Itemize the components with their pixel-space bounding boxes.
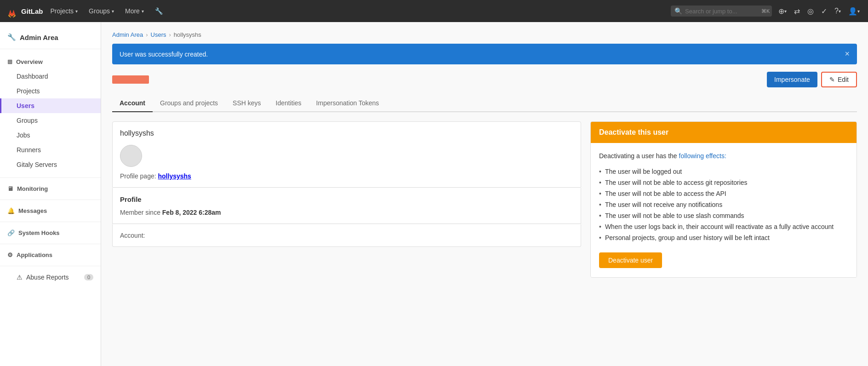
user-header: Impersonate ✎ Edit (112, 72, 857, 87)
admin-icon: 🔧 (7, 33, 16, 41)
nav-devops-icon[interactable]: 🔧 (151, 6, 166, 17)
member-since: Member since Feb 8, 2022 6:28am (120, 209, 573, 216)
sidebar-divider-2 (0, 200, 101, 200)
tab-groups-and-projects[interactable]: Groups and projects (153, 95, 225, 112)
tab-ssh-keys[interactable]: SSH keys (225, 95, 268, 112)
nav-groups[interactable]: Groups ▾ (85, 6, 118, 17)
username-display: hollysyshs (120, 129, 573, 137)
tab-identities[interactable]: Identities (268, 95, 309, 112)
sidebar-divider-5 (0, 266, 101, 266)
global-search[interactable]: 🔍 ⌘K (671, 6, 772, 17)
success-alert: User was successfully created. × (112, 44, 857, 64)
profile-page-link[interactable]: hollysyshs (158, 172, 191, 180)
account-info-section: Account: (112, 224, 581, 247)
sidebar-title: 🔧 Admin Area (0, 29, 101, 49)
merge-requests-icon[interactable]: ⇄ (791, 4, 803, 18)
sidebar-section-overview: ⊞ Overview Dashboard Projects Users Grou… (0, 53, 101, 174)
effect-item: The user will not be able to use slash c… (599, 210, 848, 221)
overview-icon: ⊞ (7, 58, 12, 65)
chevron-down-icon: ▾ (839, 9, 841, 14)
page-layout: 🔧 Admin Area ⊞ Overview Dashboard Projec… (0, 22, 868, 366)
sidebar-section-header-applications[interactable]: ⚙ Applications (0, 248, 101, 262)
sidebar-item-abuse-reports[interactable]: ⚠ Abuse Reports 0 (0, 270, 101, 285)
chevron-down-icon: ▾ (112, 9, 114, 14)
sidebar-divider (0, 177, 101, 178)
issues-icon[interactable]: ◎ (805, 4, 817, 18)
brand-name: GitLab (21, 7, 43, 15)
impersonate-button[interactable]: Impersonate (767, 72, 817, 87)
edit-icon: ✎ (829, 76, 835, 83)
sidebar-item-projects[interactable]: Projects (0, 84, 101, 98)
main-content: Admin Area › Users › hollysyshs User was… (101, 22, 868, 366)
chevron-down-icon: ▾ (857, 9, 860, 14)
alert-close-button[interactable]: × (845, 49, 850, 59)
sidebar-item-gitaly-servers[interactable]: Gitaly Servers (0, 157, 101, 172)
chevron-down-icon: ▾ (142, 9, 144, 14)
effect-item: When the user logs back in, their accoun… (599, 221, 848, 232)
gitlab-logo[interactable]: GitLab (6, 5, 43, 17)
top-navigation: GitLab Projects ▾ Groups ▾ More ▾ 🔧 🔍 ⌘K… (0, 0, 868, 22)
sidebar-section-header-monitoring[interactable]: 🖥 Monitoring (0, 182, 101, 196)
chevron-down-icon: ▾ (75, 9, 78, 14)
user-avatar[interactable]: 👤 ▾ (845, 4, 862, 18)
help-icon[interactable]: ? ▾ (832, 4, 844, 18)
avatar (120, 145, 573, 167)
create-new-button[interactable]: ⊕ ▾ (776, 4, 789, 18)
plus-icon: ⊕ (778, 7, 784, 16)
deactivate-intro: Deactivating a user has the following ef… (599, 152, 848, 160)
monitoring-icon: 🖥 (7, 185, 13, 192)
sidebar-divider-4 (0, 244, 101, 244)
profile-page-link-row: Profile page: hollysyshs (120, 172, 573, 180)
search-shortcut: ⌘K (761, 8, 770, 14)
edit-button[interactable]: ✎ Edit (821, 72, 857, 87)
deactivate-header: Deactivate this user (591, 122, 857, 143)
effect-item: The user will be logged out (599, 166, 848, 177)
messages-icon: 🔔 (7, 207, 15, 214)
sidebar-divider-3 (0, 222, 101, 222)
abuse-reports-badge: 0 (84, 274, 93, 280)
sidebar-section-header-system-hooks[interactable]: 🔗 System Hooks (0, 226, 101, 240)
sidebar: 🔧 Admin Area ⊞ Overview Dashboard Projec… (0, 22, 101, 366)
applications-icon: ⚙ (7, 252, 13, 258)
tab-account[interactable]: Account (112, 95, 153, 112)
breadcrumb-sep-1: › (146, 31, 148, 38)
sidebar-item-runners[interactable]: Runners (0, 143, 101, 157)
effect-item: The user will not be able to access git … (599, 177, 848, 188)
breadcrumb-admin-area[interactable]: Admin Area (112, 31, 143, 38)
username-section: hollysyshs Profile page: hollysyshs (112, 121, 581, 188)
deactivate-body: Deactivating a user has the following ef… (591, 143, 857, 277)
search-icon: 🔍 (674, 7, 682, 15)
effect-item: The user will not receive any notificati… (599, 199, 848, 210)
sidebar-item-jobs[interactable]: Jobs (0, 128, 101, 143)
deactivate-card: Deactivate this user Deactivating a user… (590, 121, 857, 278)
sidebar-item-dashboard[interactable]: Dashboard (0, 69, 101, 84)
nav-more[interactable]: More ▾ (121, 6, 148, 17)
effect-item: Personal projects, group and user histor… (599, 232, 848, 243)
account-label: Account: (120, 232, 573, 239)
todos-icon[interactable]: ✓ (818, 4, 830, 18)
deactivate-effects-list: The user will be logged out The user wil… (599, 166, 848, 243)
sidebar-section-header-overview[interactable]: ⊞ Overview (0, 55, 101, 69)
nav-projects[interactable]: Projects ▾ (47, 6, 82, 17)
sidebar-section-header-messages[interactable]: 🔔 Messages (0, 204, 101, 218)
content-row: hollysyshs Profile page: hollysyshs Prof… (112, 121, 857, 278)
user-name-redacted (112, 75, 149, 84)
breadcrumb-current: hollysyshs (174, 31, 201, 38)
search-input[interactable] (685, 8, 759, 15)
sidebar-item-groups[interactable]: Groups (0, 113, 101, 128)
profile-section: Profile Member since Feb 8, 2022 6:28am (112, 188, 581, 224)
alert-message: User was successfully created. (120, 51, 208, 58)
breadcrumb-sep-2: › (169, 31, 171, 38)
breadcrumb: Admin Area › Users › hollysyshs (112, 31, 857, 38)
sidebar-item-users[interactable]: Users (0, 98, 101, 113)
nav-icon-group: ⊕ ▾ ⇄ ◎ ✓ ? ▾ 👤 ▾ (776, 4, 862, 18)
avatar-image (120, 145, 142, 167)
left-panel: hollysyshs Profile page: hollysyshs Prof… (112, 121, 581, 247)
deactivate-user-button[interactable]: Deactivate user (599, 252, 662, 268)
tab-impersonation-tokens[interactable]: Impersonation Tokens (309, 95, 387, 112)
profile-section-title: Profile (120, 195, 573, 203)
breadcrumb-users[interactable]: Users (151, 31, 166, 38)
effect-item: The user will not be able to access the … (599, 188, 848, 199)
header-buttons: Impersonate ✎ Edit (767, 72, 857, 87)
abuse-icon: ⚠ (17, 274, 23, 281)
